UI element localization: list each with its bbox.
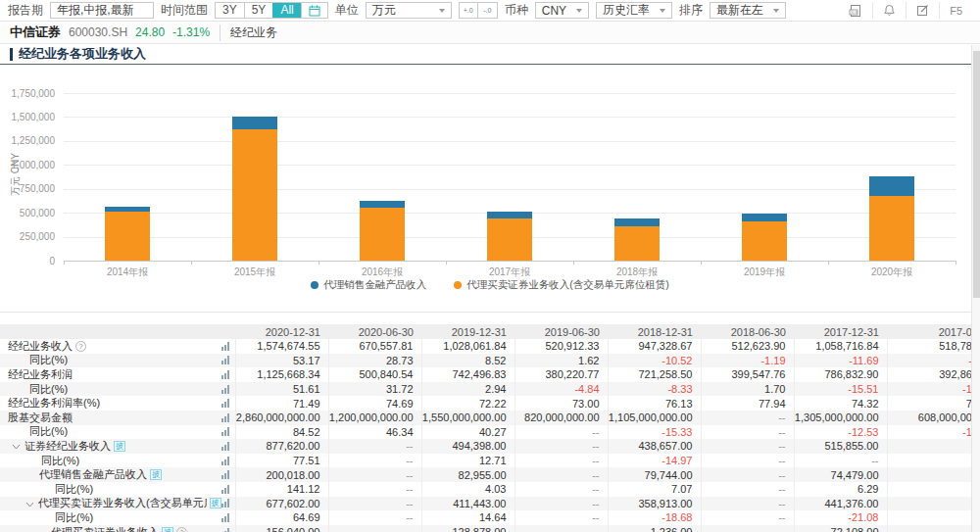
time-range-5y-button[interactable]: 5Y bbox=[244, 3, 273, 18]
row-label-cell: 代理买卖证券业务收入(含交易单元席位租赁)披 bbox=[0, 497, 235, 511]
currency-label: 币种 bbox=[505, 2, 528, 19]
mini-chart-icon[interactable] bbox=[221, 442, 229, 451]
table-row: 代理销售金融产品收入披200,018.00--82,955.00--79,744… bbox=[0, 467, 980, 482]
xls-export-icon: XLS bbox=[849, 4, 862, 18]
date-column-header: 2017-06 bbox=[887, 324, 980, 339]
value-cell: -- bbox=[701, 425, 794, 440]
row-label-cell: 同比(%) bbox=[0, 510, 235, 525]
notification-button[interactable] bbox=[872, 2, 906, 19]
bar-segment bbox=[869, 176, 914, 196]
value-cell: 46.34 bbox=[328, 425, 421, 440]
refresh-f5-button[interactable]: F5 bbox=[939, 2, 972, 19]
bar-segment bbox=[232, 129, 277, 261]
value-cell: -4.84 bbox=[514, 382, 608, 397]
decrease-decimal-button[interactable]: -.0 bbox=[478, 2, 498, 19]
gridline bbox=[64, 93, 956, 94]
y-axis-tick-label: 750,000 bbox=[0, 183, 55, 194]
value-cell: 515,855.00 bbox=[794, 439, 887, 454]
expand-chevron-icon[interactable] bbox=[25, 498, 34, 509]
value-cell: -- bbox=[701, 482, 794, 497]
stock-name: 中信证券 bbox=[10, 24, 61, 41]
value-cell: 72.22 bbox=[421, 396, 514, 411]
row-label-flex: 代理销售金融产品收入披 bbox=[0, 467, 235, 482]
x-axis-label: 2015年报 bbox=[191, 266, 318, 279]
mini-chart-icon[interactable] bbox=[221, 499, 229, 508]
mini-chart-icon[interactable] bbox=[221, 528, 229, 532]
mini-chart-icon[interactable] bbox=[221, 370, 229, 379]
mini-chart-icon[interactable] bbox=[221, 342, 229, 351]
help-icon[interactable]: ? bbox=[75, 341, 86, 352]
value-cell: 438,657.00 bbox=[608, 439, 701, 454]
value-cell bbox=[887, 525, 980, 532]
time-range-3y-button[interactable]: 3Y bbox=[216, 3, 244, 18]
legend-item[interactable]: 代理销售金融产品收入 bbox=[311, 278, 426, 292]
row-label-column-header bbox=[0, 324, 235, 339]
mini-chart-icon[interactable] bbox=[221, 457, 229, 465]
help-icon[interactable]: ? bbox=[176, 527, 187, 532]
row-label-flex: 经纪业务利润 bbox=[0, 367, 235, 382]
mini-chart-icon[interactable] bbox=[221, 485, 229, 494]
table-row: 代理买卖证券业务收入(含交易单元席位租赁)披677,602.00--411,44… bbox=[0, 497, 980, 511]
value-cell: 1,236.00 bbox=[608, 525, 701, 532]
report-period-label: 报告期 bbox=[8, 2, 43, 19]
value-cell bbox=[887, 467, 980, 482]
report-period-input[interactable]: 年报,中报,最新 bbox=[50, 2, 154, 19]
unit-select[interactable]: 万元 bbox=[366, 2, 452, 19]
row-label: 代理买卖证券业务收入(含交易单元席位租赁) bbox=[38, 497, 207, 511]
time-range-all-button[interactable]: All bbox=[272, 3, 300, 18]
mini-chart-icon[interactable] bbox=[221, 356, 229, 364]
value-cell: 677,602.00 bbox=[235, 497, 328, 511]
value-cell: 2.94 bbox=[421, 382, 514, 397]
value-cell: -21.08 bbox=[794, 510, 887, 525]
value-cell: 1,105,000,000.00 bbox=[608, 411, 701, 425]
row-label-flex: 同比(%) bbox=[0, 454, 235, 468]
mini-chart-icon[interactable] bbox=[221, 513, 229, 522]
value-cell: 74,479.00 bbox=[794, 467, 887, 482]
value-cell: 399,547.76 bbox=[701, 367, 794, 382]
value-cell: 441,376.00 bbox=[794, 497, 887, 511]
gridline bbox=[64, 165, 956, 166]
currency-select[interactable]: CNY bbox=[535, 2, 589, 19]
bar-segment bbox=[360, 208, 405, 261]
mini-chart-icon[interactable] bbox=[221, 385, 229, 394]
value-cell: 156,040.00 bbox=[235, 525, 328, 532]
svg-text:XLS: XLS bbox=[851, 11, 858, 15]
mini-chart-icon[interactable] bbox=[221, 470, 229, 479]
value-cell: 742,496.83 bbox=[421, 367, 514, 382]
value-cell: -- bbox=[701, 439, 794, 454]
vertical-scrollbar-track[interactable] bbox=[971, 45, 980, 532]
value-cell: -15.51 bbox=[794, 382, 887, 397]
value-cell: -- bbox=[514, 454, 608, 468]
calendar-button[interactable] bbox=[301, 3, 327, 18]
value-cell: 392,869 bbox=[887, 367, 980, 382]
sort-select[interactable]: 最新在左 bbox=[710, 2, 786, 19]
sort-label: 排序 bbox=[679, 2, 703, 19]
value-cell: 141.12 bbox=[235, 482, 328, 497]
row-label-cell: 证券经纪业务收入披 bbox=[0, 439, 235, 454]
value-cell: 40.27 bbox=[421, 425, 514, 440]
date-column-header: 2019-06-30 bbox=[514, 324, 608, 339]
top-toolbar: 报告期 年报,中报,最新 时间范围 3Y 5Y All 单位 万元 +.0 -.… bbox=[0, 0, 980, 22]
export-xls-button[interactable]: XLS bbox=[839, 2, 872, 19]
y-axis-tick-label: 1,500,000 bbox=[0, 112, 55, 122]
row-label: 经纪业务利润率(%) bbox=[8, 396, 100, 411]
table-row: 经纪业务利润率(%)71.4974.6972.2273.0076.1377.94… bbox=[0, 396, 980, 411]
tab-brokerage-business[interactable]: 经纪业务 bbox=[220, 24, 277, 41]
vertical-scrollbar-thumb[interactable] bbox=[973, 51, 980, 298]
value-cell: -- bbox=[328, 482, 421, 497]
value-cell: -- bbox=[514, 439, 608, 454]
increase-decimal-button[interactable]: +.0 bbox=[459, 2, 478, 19]
mini-chart-icon[interactable] bbox=[221, 427, 229, 436]
edit-button[interactable] bbox=[906, 2, 939, 19]
legend-item[interactable]: 代理买卖证券业务收入(含交易单元席位租赁) bbox=[454, 278, 669, 292]
row-label-flex: 同比(%) bbox=[0, 382, 235, 397]
mini-chart-icon[interactable] bbox=[221, 413, 229, 422]
mini-chart-icon[interactable] bbox=[221, 399, 229, 408]
fx-rate-select[interactable]: 历史汇率 bbox=[596, 2, 672, 19]
value-cell: 512,623.90 bbox=[701, 339, 794, 354]
expand-chevron-icon[interactable] bbox=[12, 440, 21, 452]
value-cell: 77.94 bbox=[701, 396, 794, 411]
row-label: 同比(%) bbox=[41, 454, 79, 468]
row-label-cell: 同比(%) bbox=[0, 454, 235, 468]
value-cell: 494,398.00 bbox=[421, 439, 514, 454]
